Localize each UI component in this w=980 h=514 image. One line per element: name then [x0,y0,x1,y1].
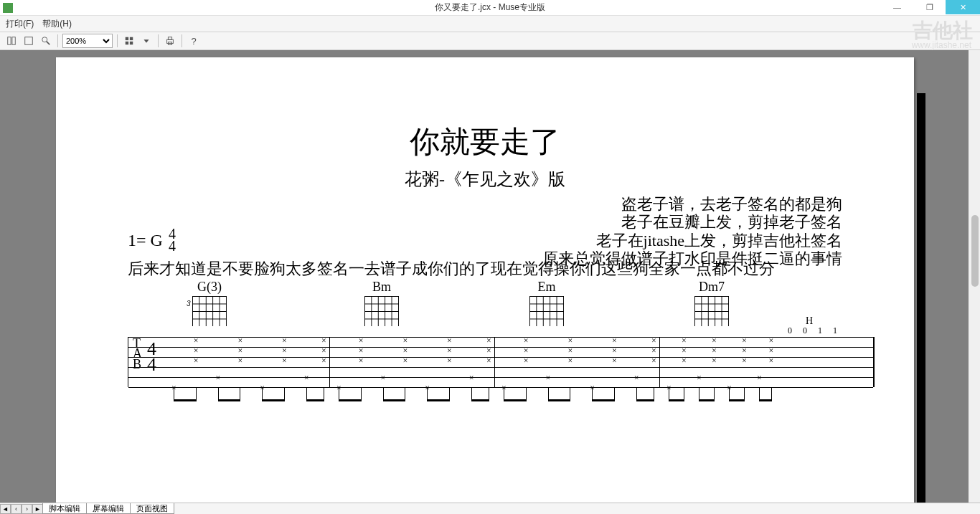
chord-bm: Bm [364,280,399,326]
svg-point-3 [42,37,47,42]
comment-1: 盗老子谱，去老子签名的都是狗 [56,195,842,213]
separator [117,34,118,47]
nav-prev[interactable]: ‹ [11,504,22,514]
separator [182,34,182,47]
maximize-button[interactable]: ❐ [913,0,946,14]
svg-rect-8 [130,42,133,44]
app-icon [3,3,13,13]
menu-print[interactable]: 打印(F) [6,18,34,30]
tool-btn-3[interactable] [39,34,53,48]
svg-rect-11 [168,37,171,40]
toolbar: 200% ? [0,32,980,50]
song-title: 你就要走了 [56,122,914,162]
titlebar: 你又要走了.jcx - Muse专业版 — ❐ ✕ [0,0,980,16]
tab-area: G(3) 3 Bm Em Dm7 H 0 0 1 1 [128,280,874,387]
document-page: 你就要走了 花粥-《乍见之欢》版 盗老子谱，去老子签名的都是狗 老子在豆瓣上发，… [56,57,914,503]
comment-block: 盗老子谱，去老子签名的都是狗 老子在豆瓣上发，剪掉老子签名 老子在jitashe… [56,195,914,267]
svg-rect-0 [8,37,11,45]
workspace: 你就要走了 花粥-《乍见之欢》版 盗老子谱，去老子签名的都是狗 老子在豆瓣上发，… [0,50,980,503]
tab-timesig: 4 4 [147,341,156,373]
nav-last[interactable]: ► [32,504,43,514]
tool-btn-1[interactable] [4,34,19,48]
svg-rect-7 [126,42,128,44]
menubar: 打印(F) 帮助(H) [0,16,980,32]
window-title: 你又要走了.jcx - Muse专业版 [435,1,545,14]
svg-rect-6 [130,37,133,40]
svg-rect-2 [25,37,33,45]
key-text: 1= G [128,231,163,250]
tool-btn-grid2[interactable] [139,34,154,48]
song-subtitle: 花粥-《乍见之欢》版 [56,168,914,191]
nav-first[interactable]: ◄ [0,504,11,514]
fret-numbers: 0 0 1 1 [788,325,842,336]
svg-rect-1 [12,37,15,45]
nav-next[interactable]: › [22,504,32,514]
svg-line-4 [47,42,50,44]
menu-help[interactable]: 帮助(H) [42,18,72,30]
tool-btn-2[interactable] [22,34,36,48]
tab-screen-edit[interactable]: 屏幕编辑 [86,503,131,514]
minimize-button[interactable]: — [881,0,913,14]
tab-script-edit[interactable]: 脚本编辑 [42,503,87,514]
svg-marker-9 [144,39,149,42]
comment-5: 后来才知道是不要脸狗太多签名一去谱子成你们的了现在觉得操你们这些狗全家一点都不过… [128,258,775,280]
page-shadow [917,93,925,503]
scrollbar-thumb[interactable] [971,215,979,287]
separator [158,34,159,47]
bottom-tabs: ◄ ‹ › ► 脚本编辑 屏幕编辑 页面视图 [0,503,980,514]
window-controls: — ❐ ✕ [881,0,980,14]
print-button[interactable] [163,34,177,48]
chord-g3: G(3) 3 [192,280,227,326]
chord-em: Em [529,280,564,326]
time-signature: 4 4 [169,228,176,252]
svg-rect-5 [126,37,128,40]
tool-btn-grid1[interactable] [122,34,136,48]
tab-staff: T A B 4 4 ××××××××××××××××××××××××××××××… [128,337,874,387]
zoom-select[interactable]: 200% [62,34,113,48]
help-button[interactable]: ? [187,34,201,48]
key-signature: 1= G 4 4 [128,228,176,252]
chord-dm7: Dm7 [694,280,729,326]
separator [57,34,58,47]
tab-page-view[interactable]: 页面视图 [130,503,174,514]
close-button[interactable]: ✕ [946,0,980,14]
tab-clef: T A B [133,338,142,369]
vertical-scrollbar[interactable] [969,50,980,503]
chord-row: G(3) 3 Bm Em Dm7 H 0 0 1 1 [128,280,874,337]
